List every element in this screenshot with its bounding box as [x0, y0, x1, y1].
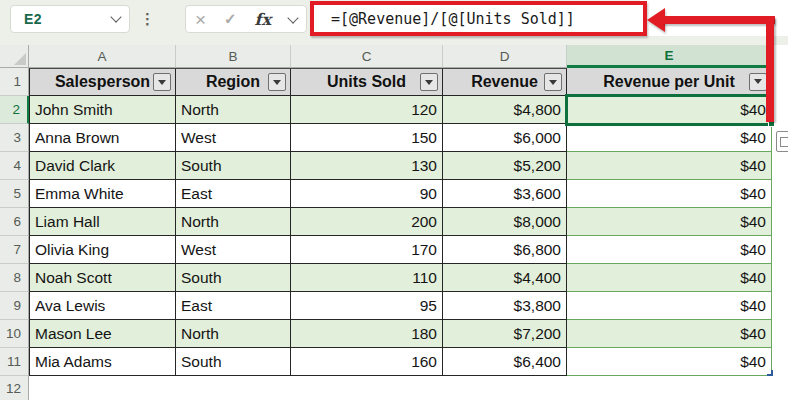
chevron-down-icon[interactable] — [110, 11, 121, 22]
cell-d6[interactable]: $8,000 — [443, 208, 567, 236]
select-all-triangle-icon — [14, 53, 26, 65]
cell-a2[interactable]: John Smith — [29, 96, 176, 124]
annotation-arrow-horizontal — [663, 16, 775, 24]
empty-cell[interactable] — [443, 376, 567, 400]
cell-e3[interactable]: $40 — [567, 124, 772, 152]
cell-a4[interactable]: David Clark — [29, 152, 176, 180]
cell-a5[interactable]: Emma White — [29, 180, 176, 208]
cell-e10[interactable]: $40 — [567, 320, 772, 348]
cell-d11[interactable]: $6,400 — [443, 348, 567, 376]
row-header-4[interactable]: 4 — [0, 152, 29, 180]
cell-a6[interactable]: Liam Hall — [29, 208, 176, 236]
column-header-e-selected[interactable]: E — [567, 45, 772, 68]
table-header-revenue[interactable]: Revenue — [443, 68, 567, 96]
annotation-arrow-vertical — [766, 18, 774, 122]
cell-c7[interactable]: 170 — [291, 236, 443, 264]
empty-cell[interactable] — [29, 376, 176, 400]
cell-e11[interactable]: $40 — [567, 348, 772, 376]
cell-c2[interactable]: 120 — [291, 96, 443, 124]
row-header-12[interactable]: 12 — [0, 376, 29, 400]
table-header-units-sold[interactable]: Units Sold — [291, 68, 443, 96]
column-header-c[interactable]: C — [291, 45, 443, 68]
column-header-d[interactable]: D — [443, 45, 567, 68]
row-header-6[interactable]: 6 — [0, 208, 29, 236]
cell-e6[interactable]: $40 — [567, 208, 772, 236]
active-cell-selection-border[interactable] — [565, 94, 774, 126]
cell-a7[interactable]: Olivia King — [29, 236, 176, 264]
insert-function-icon[interactable]: fx — [255, 10, 271, 29]
header-label: Salesperson — [55, 73, 150, 91]
name-box[interactable]: E2 — [10, 5, 130, 33]
cell-a9[interactable]: Ava Lewis — [29, 292, 176, 320]
row-header-3[interactable]: 3 — [0, 124, 29, 152]
cell-c6[interactable]: 200 — [291, 208, 443, 236]
cell-b10[interactable]: North — [176, 320, 291, 348]
cell-a8[interactable]: Noah Scott — [29, 264, 176, 292]
table-header-revenue-per-unit[interactable]: Revenue per Unit — [567, 68, 772, 96]
cell-c3[interactable]: 150 — [291, 124, 443, 152]
filter-button[interactable] — [268, 73, 286, 91]
cell-e4[interactable]: $40 — [567, 152, 772, 180]
select-all-corner[interactable] — [0, 45, 29, 68]
filter-button[interactable] — [153, 73, 171, 91]
cell-d4[interactable]: $5,200 — [443, 152, 567, 180]
filter-button[interactable] — [420, 73, 438, 91]
filter-button[interactable] — [544, 73, 562, 91]
grid-filler — [772, 348, 788, 376]
filter-button[interactable] — [749, 73, 767, 91]
row-header-11[interactable]: 11 — [0, 348, 29, 376]
cell-d9[interactable]: $3,800 — [443, 292, 567, 320]
smart-tag-button[interactable] — [776, 131, 788, 152]
row-header-9[interactable]: 9 — [0, 292, 29, 320]
cell-d10[interactable]: $7,200 — [443, 320, 567, 348]
cancel-icon[interactable]: × — [195, 10, 206, 29]
cell-d3[interactable]: $6,000 — [443, 124, 567, 152]
cell-b11[interactable]: South — [176, 348, 291, 376]
cell-e7[interactable]: $40 — [567, 236, 772, 264]
cell-b2[interactable]: North — [176, 96, 291, 124]
cell-c11[interactable]: 160 — [291, 348, 443, 376]
cell-d8[interactable]: $4,400 — [443, 264, 567, 292]
cell-b9[interactable]: East — [176, 292, 291, 320]
cell-c4[interactable]: 130 — [291, 152, 443, 180]
row-header-5[interactable]: 5 — [0, 180, 29, 208]
cell-b5[interactable]: East — [176, 180, 291, 208]
cell-e9[interactable]: $40 — [567, 292, 772, 320]
cell-b4[interactable]: South — [176, 152, 291, 180]
cell-a10[interactable]: Mason Lee — [29, 320, 176, 348]
empty-cell[interactable] — [291, 376, 443, 400]
cell-e5[interactable]: $40 — [567, 180, 772, 208]
column-header-b[interactable]: B — [176, 45, 291, 68]
cell-b3[interactable]: West — [176, 124, 291, 152]
table-header-salesperson[interactable]: Salesperson — [29, 68, 176, 96]
cell-a3[interactable]: Anna Brown — [29, 124, 176, 152]
cell-d7[interactable]: $6,800 — [443, 236, 567, 264]
cell-d5[interactable]: $3,600 — [443, 180, 567, 208]
cell-c10[interactable]: 180 — [291, 320, 443, 348]
cell-b6[interactable]: North — [176, 208, 291, 236]
cell-c8[interactable]: 110 — [291, 264, 443, 292]
cell-b7[interactable]: West — [176, 236, 291, 264]
drag-handle-dots-icon[interactable]: ⋮ — [140, 5, 155, 33]
header-label: Units Sold — [327, 73, 406, 91]
enter-icon[interactable]: ✓ — [224, 10, 237, 28]
column-header-a[interactable]: A — [29, 45, 176, 68]
formula-text[interactable]: =[@Revenue]/[@[Units Sold]] — [331, 10, 575, 28]
empty-cell[interactable] — [176, 376, 291, 400]
table-resize-handle-icon[interactable] — [767, 370, 773, 376]
cell-e8[interactable]: $40 — [567, 264, 772, 292]
cell-c9[interactable]: 95 — [291, 292, 443, 320]
row-header-10[interactable]: 10 — [0, 320, 29, 348]
chevron-down-icon[interactable] — [287, 12, 298, 23]
cell-c5[interactable]: 90 — [291, 180, 443, 208]
row-header-1[interactable]: 1 — [0, 68, 29, 96]
row-header-7[interactable]: 7 — [0, 236, 29, 264]
row-header-8[interactable]: 8 — [0, 264, 29, 292]
row-header-2-selected[interactable]: 2 — [0, 96, 29, 124]
filter-dropdown-icon — [158, 80, 166, 85]
cell-b8[interactable]: South — [176, 264, 291, 292]
table-header-region[interactable]: Region — [176, 68, 291, 96]
cell-a11[interactable]: Mia Adams — [29, 348, 176, 376]
empty-cell[interactable] — [567, 376, 772, 400]
cell-d2[interactable]: $4,800 — [443, 96, 567, 124]
